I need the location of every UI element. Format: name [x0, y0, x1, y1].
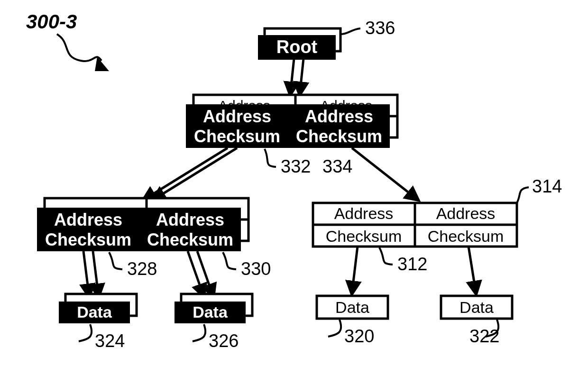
- l2l-left-bot: Checksum: [45, 230, 131, 249]
- l1-right-top: Address: [305, 107, 373, 126]
- svg-line-3: [290, 59, 294, 95]
- l2l-right-top: Address: [156, 210, 224, 229]
- l2l-left-top: Address: [54, 210, 122, 229]
- svg-line-20: [188, 251, 204, 297]
- l1-left-ref: 332: [281, 156, 311, 176]
- data-320: Data: [317, 296, 388, 319]
- figure-ref: 300-3: [26, 10, 77, 33]
- svg-line-26: [469, 247, 476, 294]
- svg-text:Data: Data: [335, 298, 369, 316]
- l2r-left-ref: 312: [397, 254, 427, 274]
- l1-left-bot: Checksum: [194, 127, 280, 146]
- l2l-right-bot: Checksum: [147, 230, 233, 249]
- level2-right-pair: Address Checksum Address Checksum: [313, 203, 517, 247]
- root-node: Root: [259, 28, 340, 59]
- level2-left-pair: Address Checksum Address Checksum: [37, 198, 248, 251]
- level1-pair: Address Address Address Checksum Address…: [186, 95, 397, 148]
- data-326: Data: [175, 294, 252, 323]
- l2l-left-ref: 328: [127, 259, 157, 279]
- svg-text:Data: Data: [77, 303, 112, 321]
- data-324-ref: 324: [95, 331, 125, 351]
- data-324: Data: [59, 294, 137, 323]
- svg-line-19: [93, 251, 99, 297]
- l1-left-top: Address: [203, 107, 271, 126]
- l2r-ref: 314: [532, 176, 562, 196]
- tree-diagram: 300-3 Root 336 Address Address Address C…: [0, 0, 588, 366]
- svg-line-25: [352, 247, 358, 294]
- l1-right-ref: 334: [322, 156, 352, 176]
- svg-line-21: [197, 251, 213, 297]
- svg-line-12: [153, 148, 237, 200]
- data-322: Data: [441, 296, 512, 319]
- data-320-ref: 320: [344, 326, 374, 346]
- svg-line-4: [300, 59, 303, 95]
- data-326-ref: 326: [209, 331, 239, 351]
- svg-line-13: [352, 148, 418, 200]
- l2r-left-bot: Checksum: [326, 227, 402, 245]
- root-ref: 336: [365, 18, 395, 38]
- data-322-ref: 322: [469, 326, 499, 346]
- svg-line-18: [83, 251, 89, 297]
- l1-right-bot: Checksum: [296, 127, 382, 146]
- root-label: Root: [276, 37, 318, 57]
- svg-line-11: [143, 148, 228, 200]
- svg-text:Data: Data: [193, 303, 228, 321]
- l2r-left-top: Address: [334, 204, 394, 222]
- l2r-right-top: Address: [436, 204, 496, 222]
- svg-text:Data: Data: [459, 298, 494, 316]
- l2l-right-ref: 330: [241, 259, 271, 279]
- l2r-right-bot: Checksum: [428, 227, 504, 245]
